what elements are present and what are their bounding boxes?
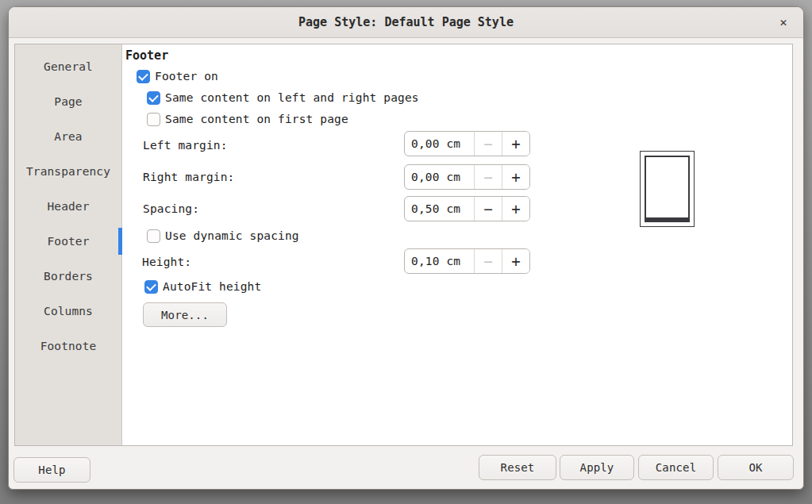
same-content-lr-checkbox[interactable] <box>147 91 160 105</box>
left-margin-spinner: 0,00 cm − + <box>404 131 530 156</box>
autofit-height-checkbox[interactable] <box>144 280 158 294</box>
right-margin-spinner: 0,00 cm − + <box>404 164 530 190</box>
left-margin-input[interactable]: 0,00 cm <box>405 132 474 156</box>
left-margin-label: Left margin: <box>143 138 228 152</box>
footer-on-label: Footer on <box>155 70 218 83</box>
page-preview-body <box>645 156 690 222</box>
dynamic-spacing-checkbox[interactable] <box>147 229 160 243</box>
spacing-spinner: 0,50 cm − + <box>404 196 530 221</box>
same-content-first-checkbox[interactable] <box>147 113 160 126</box>
more-button[interactable]: More... <box>143 302 227 327</box>
height-increment-button[interactable]: + <box>502 249 529 273</box>
dynamic-spacing-label: Use dynamic spacing <box>165 229 299 242</box>
spacing-label: Spacing: <box>143 202 199 216</box>
same-content-lr-label: Same content on left and right pages <box>165 91 419 104</box>
left-margin-increment-button[interactable]: + <box>502 132 529 156</box>
content-frame: General Page Area Transparency Header Fo… <box>14 44 793 446</box>
sidebar-item-area[interactable]: Area <box>15 119 121 154</box>
page-preview <box>640 151 695 227</box>
sidebar-item-header[interactable]: Header <box>15 189 121 224</box>
right-margin-input[interactable]: 0,00 cm <box>405 165 474 189</box>
same-content-first-checkbox-row[interactable]: Same content on first page <box>147 111 348 127</box>
checkmark-icon <box>148 92 159 102</box>
right-margin-increment-button[interactable]: + <box>502 165 529 189</box>
ok-button[interactable]: OK <box>718 455 794 480</box>
help-button[interactable]: Help <box>13 457 90 483</box>
reset-button[interactable]: Reset <box>479 455 556 480</box>
sidebar-item-footnote[interactable]: Footnote <box>15 329 121 364</box>
height-decrement-button[interactable]: − <box>474 249 502 273</box>
sidebar-item-transparency[interactable]: Transparency <box>15 154 121 189</box>
dynamic-spacing-checkbox-row[interactable]: Use dynamic spacing <box>147 228 299 244</box>
autofit-height-label: AutoFit height <box>163 280 261 293</box>
height-label: Height: <box>142 255 191 269</box>
sidebar-item-columns[interactable]: Columns <box>15 294 121 329</box>
checkmark-icon <box>138 71 148 81</box>
section-heading: Footer <box>125 48 168 63</box>
footer-preview-bar <box>646 217 688 221</box>
footer-on-checkbox-row[interactable]: Footer on <box>137 68 218 84</box>
right-margin-decrement-button[interactable]: − <box>474 165 502 189</box>
spacing-decrement-button[interactable]: − <box>474 197 502 221</box>
tab-sidebar: General Page Area Transparency Header Fo… <box>15 44 122 445</box>
page-style-dialog: Page Style: Default Page Style ✕ General… <box>8 6 804 490</box>
same-content-lr-checkbox-row[interactable]: Same content on left and right pages <box>147 90 419 106</box>
footer-on-checkbox[interactable] <box>137 70 150 83</box>
same-content-first-label: Same content on first page <box>165 113 348 125</box>
cancel-button[interactable]: Cancel <box>638 455 714 480</box>
sidebar-item-footer[interactable]: Footer <box>15 224 121 259</box>
checkmark-icon <box>146 281 156 291</box>
dialog-title: Page Style: Default Page Style <box>298 15 514 29</box>
height-spinner: 0,10 cm − + <box>404 248 530 274</box>
apply-button[interactable]: Apply <box>560 455 634 480</box>
sidebar-item-borders[interactable]: Borders <box>15 259 121 294</box>
autofit-height-checkbox-row[interactable]: AutoFit height <box>144 279 261 294</box>
titlebar[interactable]: Page Style: Default Page Style ✕ <box>9 7 803 38</box>
close-icon[interactable]: ✕ <box>773 12 794 33</box>
spacing-input[interactable]: 0,50 cm <box>405 197 474 221</box>
height-input[interactable]: 0,10 cm <box>405 249 474 273</box>
left-margin-decrement-button[interactable]: − <box>474 132 502 156</box>
spacing-increment-button[interactable]: + <box>502 197 529 221</box>
sidebar-item-page[interactable]: Page <box>15 84 121 119</box>
sidebar-item-general[interactable]: General <box>15 49 121 84</box>
right-margin-label: Right margin: <box>143 170 234 184</box>
